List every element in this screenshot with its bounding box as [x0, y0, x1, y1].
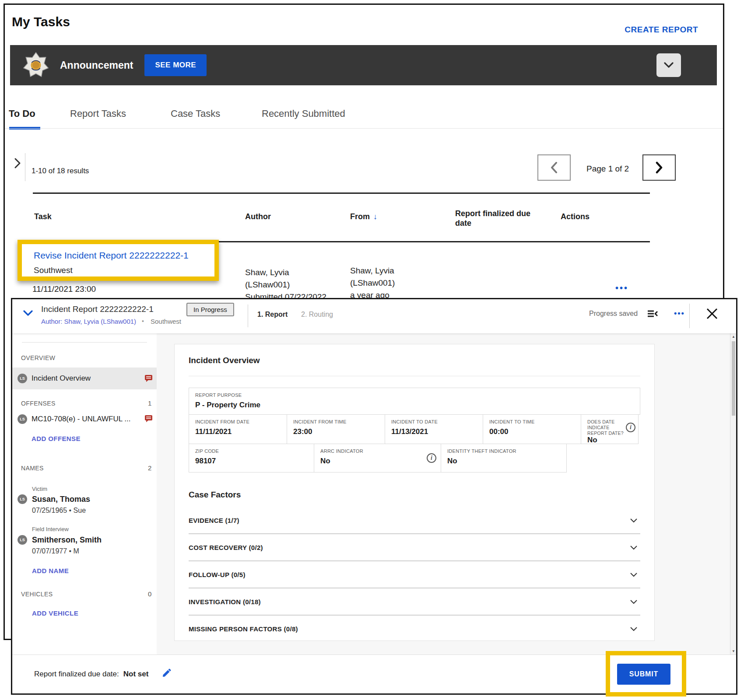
task-link[interactable]: Revise Incident Report 2222222222-1	[34, 250, 214, 261]
info-icon[interactable]: i	[427, 453, 436, 463]
step-routing[interactable]: 2. Routing	[301, 311, 333, 318]
scroll-up-icon[interactable]: ▲	[731, 335, 736, 339]
column-header-from[interactable]: From↓	[350, 212, 377, 221]
add-vehicle-button[interactable]: ADD VEHICLE	[32, 609, 78, 617]
sidebar-item-name-2[interactable]: Smitherson, Smith	[32, 536, 102, 545]
highlight-box-task-link: Revise Incident Report 2222222222-1 Sout…	[18, 240, 219, 281]
submit-button[interactable]: SUBMIT	[617, 664, 670, 685]
step-report[interactable]: 1. Report	[257, 311, 288, 318]
field-incident-from-time[interactable]: INCIDENT FROM TIME 23:00	[287, 414, 385, 444]
section-title: Incident Overview	[189, 356, 640, 365]
due-date-label: Report finalized due date:	[34, 670, 119, 679]
tab-case-tasks[interactable]: Case Tasks	[171, 108, 220, 119]
accordion-investigation[interactable]: INVESTIGATION (0/18)	[189, 588, 640, 616]
avatar: LS	[18, 414, 27, 424]
edit-pencil-icon[interactable]	[161, 668, 171, 680]
column-header-author: Author	[245, 212, 271, 221]
sidebar-section-offenses: OFFENSES	[21, 400, 56, 407]
expand-panel-icon[interactable]	[14, 158, 21, 171]
chevron-down-icon	[630, 571, 638, 579]
field-identity-theft-indicator[interactable]: IDENTITY THEFT INDICATOR No	[441, 444, 567, 472]
field-arrc-indicator[interactable]: ARRC INDICATOR No i	[314, 444, 441, 472]
incident-overview-card: Incident Overview REPORT PURPOSE P - Pro…	[174, 344, 655, 641]
comment-icon[interactable]	[144, 415, 153, 424]
name-detail: 07/07/1977 • M	[32, 547, 79, 555]
info-icon[interactable]: i	[626, 423, 635, 432]
page-title: My Tasks	[12, 14, 70, 29]
sidebar-section-vehicles: VEHICLES	[21, 591, 53, 598]
accordion-follow-up[interactable]: FOLLOW-UP (0/5)	[189, 561, 640, 588]
author-name: Shaw, Lyvia	[245, 268, 289, 277]
chevron-right-icon	[655, 161, 663, 174]
accordion-evidence[interactable]: EVIDENCE (1/7)	[189, 507, 640, 534]
sidebar-item-offense[interactable]: LS MC10-708(e) - UNLAWFUL ...	[12, 412, 157, 430]
sidebar-divider	[22, 342, 147, 343]
page-indicator: Page 1 of 2	[586, 164, 629, 174]
tab-report-tasks[interactable]: Report Tasks	[70, 108, 126, 119]
chevron-down-icon	[630, 625, 638, 633]
comment-icon[interactable]	[144, 374, 153, 384]
announcement-collapse-button[interactable]	[656, 53, 681, 77]
accordion-cost-recovery[interactable]: COST RECOVERY (0/2)	[189, 534, 640, 561]
previous-page-button[interactable]	[537, 154, 571, 181]
modal-more-actions-icon[interactable]: •••	[674, 309, 685, 318]
chevron-down-icon	[630, 598, 638, 606]
sidebar-section-overview: OVERVIEW	[21, 354, 55, 361]
field-incident-to-date[interactable]: INCIDENT TO DATE 11/13/2021	[385, 414, 483, 444]
modal-body: OVERVIEW LS Incident Overview OFFENSES	[12, 333, 736, 654]
name-role: Victim	[32, 486, 47, 492]
chevron-left-icon	[550, 161, 558, 174]
name-role: Field Interview	[32, 526, 69, 532]
header-divider-2	[689, 304, 690, 328]
add-offense-button[interactable]: ADD OFFENSE	[32, 435, 81, 442]
field-incident-from-date[interactable]: INCIDENT FROM DATE 11/11/2021	[189, 414, 287, 444]
incident-report-dialog: Incident Report 2222222222-1 In Progress…	[11, 298, 737, 695]
collapse-panel-icon[interactable]	[647, 308, 658, 321]
task-location: Southwest	[34, 266, 214, 275]
see-more-button[interactable]: SEE MORE	[144, 54, 207, 76]
section-divider	[189, 376, 640, 376]
results-summary: 1-10 of 18 results	[32, 167, 89, 175]
tab-recently-submitted[interactable]: Recently Submitted	[262, 108, 345, 119]
sort-descending-icon: ↓	[373, 212, 377, 221]
next-page-button[interactable]	[642, 154, 676, 181]
field-report-purpose[interactable]: REPORT PURPOSE P - Property Crime	[189, 388, 640, 415]
modal-title: Incident Report 2222222222-1	[41, 304, 154, 314]
police-badge-icon	[22, 52, 49, 79]
modal-header: Incident Report 2222222222-1 In Progress…	[12, 299, 736, 333]
toolbar-divider	[25, 153, 25, 181]
sidebar-section-names: NAMES	[21, 465, 44, 472]
content-scrollbar[interactable]: ▲ ▼	[730, 333, 736, 654]
chevron-down-icon	[630, 544, 638, 552]
scrollbar-thumb[interactable]	[732, 341, 735, 416]
screen: My Tasks CREATE REPORT Announcement SEE …	[0, 0, 744, 700]
modal-main-area: Incident Overview REPORT PURPOSE P - Pro…	[157, 333, 736, 654]
sidebar-item-incident-overview[interactable]: LS Incident Overview	[12, 368, 157, 389]
sidebar-item-name-1[interactable]: Susan, Thomas	[32, 495, 90, 504]
scroll-down-icon[interactable]: ▼	[731, 649, 736, 653]
create-report-button[interactable]: CREATE REPORT	[625, 25, 698, 35]
name-detail: 07/25/1965 • Sue	[32, 507, 86, 514]
tab-to-do[interactable]: To Do	[9, 108, 35, 119]
announcement-banner: Announcement SEE MORE	[10, 45, 717, 85]
accordion-missing-person-factors[interactable]: MISSING PERSON FACTORS (0/8)	[189, 616, 640, 641]
close-icon[interactable]	[705, 307, 719, 322]
field-date-indicates-report-date[interactable]: DOES DATE INDICATE REPORT DATE? No i	[581, 414, 639, 444]
report-sidebar: OVERVIEW LS Incident Overview OFFENSES	[12, 333, 157, 654]
author-id: (LShaw001)	[245, 280, 290, 290]
row-actions-icon[interactable]: •••	[615, 283, 628, 293]
field-incident-to-time[interactable]: INCIDENT TO TIME 00:00	[483, 414, 581, 444]
announcement-title: Announcement	[60, 60, 133, 71]
add-name-button[interactable]: ADD NAME	[32, 567, 69, 574]
chevron-down-icon	[630, 517, 638, 525]
due-date-value: Not set	[123, 670, 149, 679]
header-divider	[248, 304, 248, 327]
case-factors-title: Case Factors	[189, 490, 640, 500]
chevron-down-icon	[663, 62, 674, 69]
collapse-report-icon[interactable]	[23, 310, 33, 318]
separator-dot: •	[142, 318, 144, 325]
offenses-count: 1	[148, 399, 151, 407]
progress-saved-label: Progress saved	[589, 310, 638, 318]
field-zip-code[interactable]: ZIP CODE 98107	[189, 444, 314, 472]
modal-author-link[interactable]: Author: Shaw, Lyvia (LShaw001)	[41, 318, 136, 325]
